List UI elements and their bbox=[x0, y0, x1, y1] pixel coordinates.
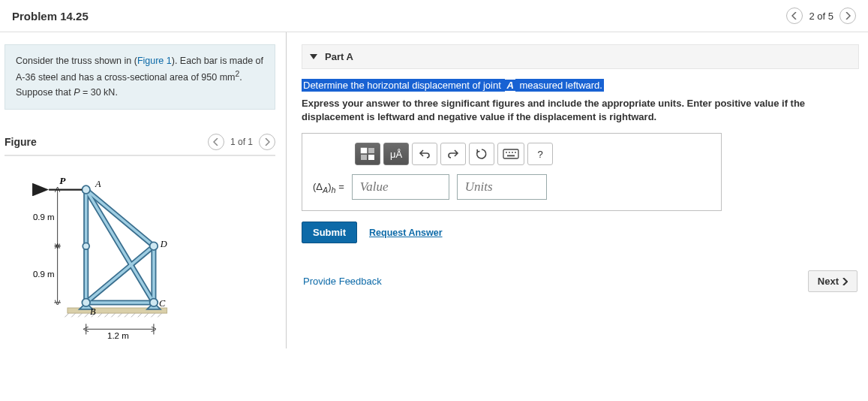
svg-line-8 bbox=[111, 313, 115, 317]
svg-rect-59 bbox=[507, 155, 515, 157]
problem-statement: Consider the truss shown in (Figure 1). … bbox=[5, 44, 275, 110]
provide-feedback-link[interactable]: Provide Feedback bbox=[303, 276, 382, 287]
answer-inputs: (ΔA)h = bbox=[313, 174, 710, 200]
svg-point-31 bbox=[150, 243, 158, 251]
svg-text:C: C bbox=[159, 299, 166, 309]
svg-text:1.2 m: 1.2 m bbox=[107, 331, 129, 340]
units-input[interactable] bbox=[457, 174, 547, 200]
figure-prev-button[interactable] bbox=[208, 134, 224, 150]
footer-row: Provide Feedback Next bbox=[302, 270, 859, 292]
part-label: Part A bbox=[325, 51, 353, 62]
svg-point-28 bbox=[82, 186, 90, 194]
figure-next-button[interactable] bbox=[259, 134, 275, 150]
svg-line-11 bbox=[131, 313, 135, 317]
svg-point-29 bbox=[83, 243, 89, 250]
svg-line-10 bbox=[125, 313, 128, 317]
answer-lhs: (ΔA)h = bbox=[313, 181, 344, 194]
svg-rect-53 bbox=[368, 155, 374, 160]
svg-text:0.9 m: 0.9 m bbox=[33, 270, 55, 279]
svg-point-57 bbox=[512, 152, 513, 153]
figure-image: P A B C D 0.9 m 0.9 m 1.2 m bbox=[5, 156, 275, 342]
value-input[interactable] bbox=[352, 174, 449, 200]
next-problem-button[interactable] bbox=[839, 8, 856, 24]
svg-point-32 bbox=[150, 299, 158, 307]
svg-line-26 bbox=[86, 246, 154, 303]
figure-pager: 1 of 1 bbox=[208, 134, 275, 150]
prev-problem-button[interactable] bbox=[786, 8, 803, 24]
svg-line-6 bbox=[98, 313, 102, 317]
svg-rect-54 bbox=[503, 149, 518, 158]
svg-line-14 bbox=[151, 313, 155, 317]
help-button[interactable]: ? bbox=[527, 143, 553, 165]
figure-header: Figure 1 of 1 bbox=[5, 134, 275, 156]
svg-line-3 bbox=[78, 313, 82, 317]
svg-text:B: B bbox=[90, 306, 96, 317]
svg-text:A: A bbox=[95, 179, 101, 189]
submit-row: Submit Request Answer bbox=[302, 222, 859, 243]
svg-line-12 bbox=[138, 313, 142, 317]
figure-pager-text: 1 of 1 bbox=[230, 137, 253, 147]
redo-button[interactable] bbox=[440, 143, 466, 165]
request-answer-link[interactable]: Request Answer bbox=[369, 228, 442, 238]
templates-button[interactable] bbox=[355, 143, 380, 165]
units-button[interactable]: μÅ bbox=[383, 143, 409, 165]
instruction-highlight: Determine the horizontal displacement of… bbox=[302, 80, 859, 91]
svg-line-7 bbox=[104, 313, 108, 317]
keyboard-button[interactable] bbox=[497, 143, 524, 165]
svg-point-56 bbox=[509, 152, 510, 153]
instruction-secondary: Express your answer to three significant… bbox=[302, 97, 859, 124]
svg-line-27 bbox=[86, 190, 154, 303]
svg-point-58 bbox=[515, 152, 516, 153]
svg-line-13 bbox=[145, 313, 149, 317]
collapse-icon bbox=[310, 54, 317, 59]
chevron-right-icon bbox=[842, 278, 848, 285]
svg-text:0.9 m: 0.9 m bbox=[33, 213, 55, 222]
pager-text: 2 of 5 bbox=[809, 11, 833, 22]
problem-title: Problem 14.25 bbox=[12, 10, 89, 23]
svg-text:D: D bbox=[160, 239, 167, 249]
svg-rect-50 bbox=[361, 148, 367, 153]
part-header[interactable]: Part A bbox=[302, 44, 859, 69]
reset-button[interactable] bbox=[469, 143, 494, 165]
svg-rect-52 bbox=[361, 155, 367, 160]
right-column: Part A Determine the horizontal displace… bbox=[287, 32, 868, 348]
svg-line-15 bbox=[158, 313, 161, 317]
figure-heading: Figure bbox=[5, 136, 37, 148]
figure-link[interactable]: Figure 1 bbox=[137, 56, 172, 66]
svg-rect-51 bbox=[368, 148, 374, 153]
next-button[interactable]: Next bbox=[808, 270, 857, 292]
svg-line-1 bbox=[65, 313, 68, 317]
answer-toolbar: μÅ ? bbox=[355, 143, 710, 165]
problem-pager: 2 of 5 bbox=[786, 8, 856, 24]
svg-line-4 bbox=[85, 313, 89, 317]
submit-button[interactable]: Submit bbox=[302, 222, 357, 243]
left-column: Consider the truss shown in (Figure 1). … bbox=[0, 32, 287, 348]
svg-line-24 bbox=[86, 190, 154, 246]
svg-point-55 bbox=[506, 152, 507, 153]
undo-button[interactable] bbox=[412, 143, 437, 165]
svg-line-9 bbox=[118, 313, 122, 317]
answer-box: μÅ ? (ΔA)h = bbox=[302, 133, 722, 211]
svg-text:P: P bbox=[59, 176, 66, 187]
page-header: Problem 14.25 2 of 5 bbox=[0, 0, 868, 32]
svg-point-30 bbox=[82, 299, 90, 307]
svg-line-2 bbox=[71, 313, 75, 317]
